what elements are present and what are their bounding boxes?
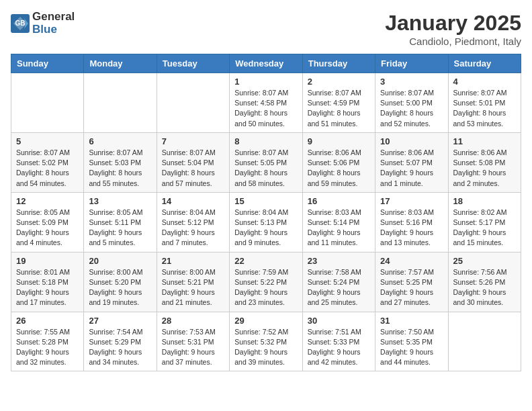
logo-text: General Blue: [32, 11, 75, 36]
calendar-cell: 9Sunrise: 8:06 AMSunset: 5:06 PMDaylight…: [302, 132, 375, 192]
day-number: 6: [89, 136, 151, 146]
month-title: January 2025: [385, 11, 521, 36]
day-number: 17: [380, 196, 443, 206]
calendar-week-3: 12Sunrise: 8:05 AMSunset: 5:09 PMDayligh…: [11, 192, 521, 252]
day-header-thursday: Thursday: [302, 54, 375, 73]
day-number: 10: [380, 136, 443, 146]
day-header-sunday: Sunday: [11, 54, 84, 73]
day-number: 22: [234, 256, 297, 266]
calendar-cell: 14Sunrise: 8:04 AMSunset: 5:12 PMDayligh…: [157, 192, 229, 252]
calendar-cell: 15Sunrise: 8:04 AMSunset: 5:13 PMDayligh…: [230, 192, 302, 252]
day-info: Sunrise: 8:04 AMSunset: 5:13 PMDaylight:…: [234, 208, 297, 248]
calendar-cell: 18Sunrise: 8:02 AMSunset: 5:17 PMDayligh…: [448, 192, 521, 252]
day-number: 20: [89, 256, 151, 266]
day-number: 1: [234, 77, 297, 87]
day-header-monday: Monday: [84, 54, 157, 73]
day-info: Sunrise: 8:07 AMSunset: 5:03 PMDaylight:…: [89, 148, 151, 189]
day-number: 15: [234, 196, 297, 206]
day-info: Sunrise: 7:58 AMSunset: 5:24 PMDaylight:…: [308, 267, 370, 308]
day-number: 14: [162, 196, 224, 206]
calendar-cell: [157, 73, 229, 133]
day-info: Sunrise: 8:07 AMSunset: 5:02 PMDaylight:…: [16, 148, 79, 189]
day-number: 24: [380, 256, 443, 266]
calendar-cell: 17Sunrise: 8:03 AMSunset: 5:16 PMDayligh…: [375, 192, 448, 252]
calendar-cell: 26Sunrise: 7:55 AMSunset: 5:28 PMDayligh…: [11, 312, 84, 371]
day-number: 9: [308, 136, 370, 146]
day-info: Sunrise: 7:52 AMSunset: 5:32 PMDaylight:…: [234, 327, 297, 368]
calendar-cell: [448, 312, 521, 371]
calendar-table: SundayMondayTuesdayWednesdayThursdayFrid…: [11, 54, 521, 371]
day-header-wednesday: Wednesday: [230, 54, 302, 73]
calendar-cell: 19Sunrise: 8:01 AMSunset: 5:18 PMDayligh…: [11, 252, 84, 312]
day-number: 30: [308, 316, 370, 326]
day-info: Sunrise: 8:00 AMSunset: 5:20 PMDaylight:…: [89, 267, 151, 308]
logo-icon: GB: [11, 14, 30, 33]
day-number: 16: [308, 196, 370, 206]
logo-blue: Blue: [32, 24, 75, 36]
day-info: Sunrise: 8:06 AMSunset: 5:08 PMDaylight:…: [453, 148, 516, 189]
svg-text:GB: GB: [15, 19, 26, 27]
calendar-cell: 2Sunrise: 8:07 AMSunset: 4:59 PMDaylight…: [302, 73, 375, 133]
calendar-cell: 13Sunrise: 8:05 AMSunset: 5:11 PMDayligh…: [84, 192, 157, 252]
page-header: GB General Blue January 2025 Candiolo, P…: [11, 11, 521, 47]
calendar-cell: 10Sunrise: 8:06 AMSunset: 5:07 PMDayligh…: [375, 132, 448, 192]
calendar-cell: 29Sunrise: 7:52 AMSunset: 5:32 PMDayligh…: [230, 312, 302, 371]
logo: GB General Blue: [11, 11, 75, 36]
calendar-cell: 5Sunrise: 8:07 AMSunset: 5:02 PMDaylight…: [11, 132, 84, 192]
day-info: Sunrise: 8:07 AMSunset: 5:00 PMDaylight:…: [380, 88, 443, 129]
day-number: 8: [234, 136, 297, 146]
day-info: Sunrise: 7:57 AMSunset: 5:25 PMDaylight:…: [380, 267, 443, 308]
calendar-week-2: 5Sunrise: 8:07 AMSunset: 5:02 PMDaylight…: [11, 132, 521, 192]
day-number: 18: [453, 196, 516, 206]
calendar-cell: 12Sunrise: 8:05 AMSunset: 5:09 PMDayligh…: [11, 192, 84, 252]
calendar-week-5: 26Sunrise: 7:55 AMSunset: 5:28 PMDayligh…: [11, 312, 521, 371]
title-area: January 2025 Candiolo, Piedmont, Italy: [385, 11, 521, 47]
day-info: Sunrise: 8:07 AMSunset: 4:59 PMDaylight:…: [308, 88, 370, 129]
day-number: 25: [453, 256, 516, 266]
calendar-cell: 28Sunrise: 7:53 AMSunset: 5:31 PMDayligh…: [157, 312, 229, 371]
location: Candiolo, Piedmont, Italy: [385, 36, 521, 47]
day-number: 2: [308, 77, 370, 87]
day-info: Sunrise: 7:50 AMSunset: 5:35 PMDaylight:…: [380, 327, 443, 368]
day-number: 27: [89, 316, 151, 326]
day-header-saturday: Saturday: [448, 54, 521, 73]
logo-general: General: [32, 11, 75, 24]
day-header-friday: Friday: [375, 54, 448, 73]
days-header-row: SundayMondayTuesdayWednesdayThursdayFrid…: [11, 54, 521, 73]
day-info: Sunrise: 8:05 AMSunset: 5:09 PMDaylight:…: [16, 208, 79, 248]
day-info: Sunrise: 8:03 AMSunset: 5:14 PMDaylight:…: [308, 208, 370, 248]
day-number: 5: [16, 136, 79, 146]
day-number: 26: [16, 316, 79, 326]
calendar-cell: 1Sunrise: 8:07 AMSunset: 4:58 PMDaylight…: [230, 73, 302, 133]
calendar-cell: [84, 73, 157, 133]
calendar-cell: 20Sunrise: 8:00 AMSunset: 5:20 PMDayligh…: [84, 252, 157, 312]
day-number: 29: [234, 316, 297, 326]
day-info: Sunrise: 8:06 AMSunset: 5:06 PMDaylight:…: [308, 148, 370, 189]
day-info: Sunrise: 8:07 AMSunset: 5:04 PMDaylight:…: [162, 148, 224, 189]
calendar-cell: 31Sunrise: 7:50 AMSunset: 5:35 PMDayligh…: [375, 312, 448, 371]
day-info: Sunrise: 7:56 AMSunset: 5:26 PMDaylight:…: [453, 267, 516, 308]
calendar-cell: [11, 73, 84, 133]
day-info: Sunrise: 7:59 AMSunset: 5:22 PMDaylight:…: [234, 267, 297, 308]
day-number: 4: [453, 77, 516, 87]
calendar-cell: 30Sunrise: 7:51 AMSunset: 5:33 PMDayligh…: [302, 312, 375, 371]
day-info: Sunrise: 7:54 AMSunset: 5:29 PMDaylight:…: [89, 327, 151, 368]
day-info: Sunrise: 8:06 AMSunset: 5:07 PMDaylight:…: [380, 148, 443, 189]
day-number: 21: [162, 256, 224, 266]
calendar-cell: 4Sunrise: 8:07 AMSunset: 5:01 PMDaylight…: [448, 73, 521, 133]
day-number: 13: [89, 196, 151, 206]
day-number: 23: [308, 256, 370, 266]
day-info: Sunrise: 8:07 AMSunset: 5:01 PMDaylight:…: [453, 88, 516, 129]
day-header-tuesday: Tuesday: [157, 54, 229, 73]
calendar-cell: 24Sunrise: 7:57 AMSunset: 5:25 PMDayligh…: [375, 252, 448, 312]
calendar-cell: 21Sunrise: 8:00 AMSunset: 5:21 PMDayligh…: [157, 252, 229, 312]
calendar-cell: 22Sunrise: 7:59 AMSunset: 5:22 PMDayligh…: [230, 252, 302, 312]
calendar-cell: 8Sunrise: 8:07 AMSunset: 5:05 PMDaylight…: [230, 132, 302, 192]
calendar-cell: 11Sunrise: 8:06 AMSunset: 5:08 PMDayligh…: [448, 132, 521, 192]
day-info: Sunrise: 8:01 AMSunset: 5:18 PMDaylight:…: [16, 267, 79, 308]
day-info: Sunrise: 8:07 AMSunset: 5:05 PMDaylight:…: [234, 148, 297, 189]
day-info: Sunrise: 8:05 AMSunset: 5:11 PMDaylight:…: [89, 208, 151, 248]
day-number: 12: [16, 196, 79, 206]
calendar-cell: 23Sunrise: 7:58 AMSunset: 5:24 PMDayligh…: [302, 252, 375, 312]
day-number: 19: [16, 256, 79, 266]
